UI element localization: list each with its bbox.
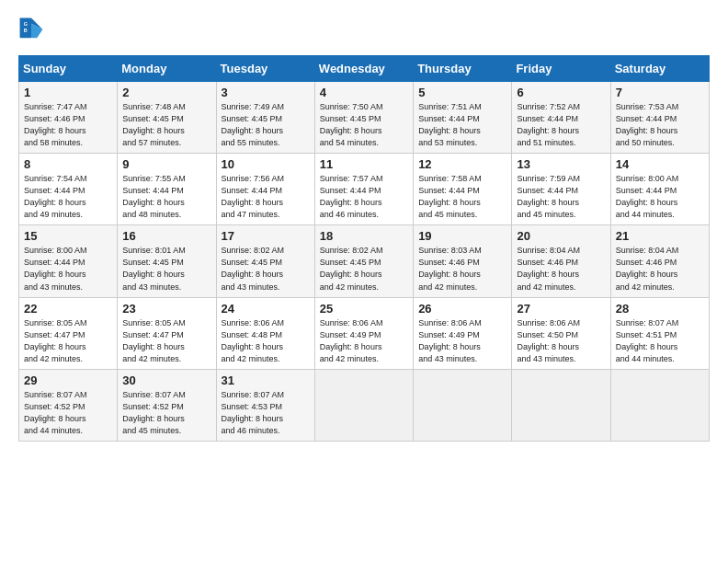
day-number: 7	[616, 86, 704, 99]
day-number: 21	[616, 229, 704, 243]
day-number: 10	[222, 157, 310, 171]
day-info: Sunrise: 8:04 AM Sunset: 4:46 PM Dayligh…	[517, 245, 605, 293]
day-number: 14	[616, 157, 704, 171]
weekday-header-wednesday: Wednesday	[314, 56, 413, 82]
calendar-cell: 3Sunrise: 7:49 AM Sunset: 4:45 PM Daylig…	[216, 82, 314, 154]
day-number: 30	[122, 373, 210, 387]
day-info: Sunrise: 8:06 AM Sunset: 4:49 PM Dayligh…	[320, 317, 408, 365]
day-number: 4	[320, 86, 408, 99]
day-number: 31	[222, 373, 310, 387]
day-info: Sunrise: 8:06 AM Sunset: 4:50 PM Dayligh…	[517, 317, 605, 365]
calendar-cell: 7Sunrise: 7:53 AM Sunset: 4:44 PM Daylig…	[610, 82, 709, 154]
svg-text:B: B	[24, 28, 28, 33]
day-number: 16	[122, 229, 210, 243]
day-info: Sunrise: 8:01 AM Sunset: 4:45 PM Dayligh…	[122, 245, 210, 293]
day-number: 17	[222, 229, 310, 243]
calendar-cell: 5Sunrise: 7:51 AM Sunset: 4:44 PM Daylig…	[414, 82, 512, 154]
day-info: Sunrise: 8:07 AM Sunset: 4:53 PM Dayligh…	[222, 389, 310, 437]
calendar-cell: 2Sunrise: 7:48 AM Sunset: 4:45 PM Daylig…	[118, 82, 216, 154]
day-number: 2	[122, 86, 210, 99]
day-info: Sunrise: 8:05 AM Sunset: 4:47 PM Dayligh…	[122, 317, 210, 365]
header: G B	[18, 17, 710, 42]
day-info: Sunrise: 8:00 AM Sunset: 4:44 PM Dayligh…	[24, 245, 112, 293]
calendar-cell: 26Sunrise: 8:06 AM Sunset: 4:49 PM Dayli…	[414, 297, 512, 369]
day-number: 25	[320, 302, 408, 316]
day-number: 26	[418, 302, 506, 316]
logo-icon: G B	[18, 17, 44, 42]
calendar-cell: 18Sunrise: 8:02 AM Sunset: 4:45 PM Dayli…	[314, 225, 413, 297]
calendar-cell	[314, 369, 413, 441]
logo: G B	[18, 17, 48, 42]
calendar-cell: 15Sunrise: 8:00 AM Sunset: 4:44 PM Dayli…	[19, 225, 118, 297]
calendar-cell: 9Sunrise: 7:55 AM Sunset: 4:44 PM Daylig…	[118, 154, 216, 225]
calendar-cell: 31Sunrise: 8:07 AM Sunset: 4:53 PM Dayli…	[216, 369, 314, 441]
calendar-cell: 22Sunrise: 8:05 AM Sunset: 4:47 PM Dayli…	[19, 297, 118, 369]
day-info: Sunrise: 8:07 AM Sunset: 4:51 PM Dayligh…	[616, 317, 704, 365]
calendar-cell: 28Sunrise: 8:07 AM Sunset: 4:51 PM Dayli…	[610, 297, 709, 369]
day-info: Sunrise: 7:59 AM Sunset: 4:44 PM Dayligh…	[517, 173, 605, 221]
page-container: G B SundayMondayTuesdayWednesdayThursday…	[0, 0, 728, 451]
day-info: Sunrise: 7:47 AM Sunset: 4:46 PM Dayligh…	[24, 101, 112, 149]
weekday-header-thursday: Thursday	[414, 56, 512, 82]
day-number: 12	[418, 157, 506, 171]
day-info: Sunrise: 7:54 AM Sunset: 4:44 PM Dayligh…	[24, 173, 112, 221]
calendar-cell: 17Sunrise: 8:02 AM Sunset: 4:45 PM Dayli…	[216, 225, 314, 297]
weekday-header-sunday: Sunday	[19, 56, 118, 82]
weekday-header-friday: Friday	[512, 56, 610, 82]
day-number: 5	[418, 86, 506, 99]
calendar-cell: 1Sunrise: 7:47 AM Sunset: 4:46 PM Daylig…	[19, 82, 118, 154]
day-info: Sunrise: 7:58 AM Sunset: 4:44 PM Dayligh…	[418, 173, 506, 221]
weekday-header-saturday: Saturday	[610, 56, 709, 82]
day-info: Sunrise: 8:03 AM Sunset: 4:46 PM Dayligh…	[418, 245, 506, 293]
calendar-cell: 12Sunrise: 7:58 AM Sunset: 4:44 PM Dayli…	[414, 154, 512, 225]
day-number: 18	[320, 229, 408, 243]
day-info: Sunrise: 8:07 AM Sunset: 4:52 PM Dayligh…	[122, 389, 210, 437]
day-info: Sunrise: 7:52 AM Sunset: 4:44 PM Dayligh…	[517, 101, 605, 149]
calendar-week-3: 15Sunrise: 8:00 AM Sunset: 4:44 PM Dayli…	[19, 225, 710, 297]
calendar-week-4: 22Sunrise: 8:05 AM Sunset: 4:47 PM Dayli…	[19, 297, 710, 369]
calendar-cell: 10Sunrise: 7:56 AM Sunset: 4:44 PM Dayli…	[216, 154, 314, 225]
day-info: Sunrise: 8:02 AM Sunset: 4:45 PM Dayligh…	[222, 245, 310, 293]
day-number: 28	[616, 302, 704, 316]
day-number: 20	[517, 229, 605, 243]
calendar-cell: 30Sunrise: 8:07 AM Sunset: 4:52 PM Dayli…	[118, 369, 216, 441]
day-number: 19	[418, 229, 506, 243]
calendar-cell: 27Sunrise: 8:06 AM Sunset: 4:50 PM Dayli…	[512, 297, 610, 369]
day-number: 29	[24, 373, 112, 387]
calendar-week-5: 29Sunrise: 8:07 AM Sunset: 4:52 PM Dayli…	[19, 369, 710, 441]
calendar-cell: 20Sunrise: 8:04 AM Sunset: 4:46 PM Dayli…	[512, 225, 610, 297]
day-number: 23	[122, 302, 210, 316]
svg-text:G: G	[24, 21, 28, 27]
calendar-cell: 25Sunrise: 8:06 AM Sunset: 4:49 PM Dayli…	[314, 297, 413, 369]
day-number: 9	[122, 157, 210, 171]
weekday-header-tuesday: Tuesday	[216, 56, 314, 82]
day-info: Sunrise: 7:57 AM Sunset: 4:44 PM Dayligh…	[320, 173, 408, 221]
day-info: Sunrise: 8:04 AM Sunset: 4:46 PM Dayligh…	[616, 245, 704, 293]
day-info: Sunrise: 7:50 AM Sunset: 4:45 PM Dayligh…	[320, 101, 408, 149]
calendar-cell: 23Sunrise: 8:05 AM Sunset: 4:47 PM Dayli…	[118, 297, 216, 369]
calendar-cell: 21Sunrise: 8:04 AM Sunset: 4:46 PM Dayli…	[610, 225, 709, 297]
day-number: 8	[24, 157, 112, 171]
day-number: 24	[222, 302, 310, 316]
day-info: Sunrise: 7:55 AM Sunset: 4:44 PM Dayligh…	[122, 173, 210, 221]
day-number: 27	[517, 302, 605, 316]
calendar-cell: 8Sunrise: 7:54 AM Sunset: 4:44 PM Daylig…	[19, 154, 118, 225]
day-info: Sunrise: 8:00 AM Sunset: 4:44 PM Dayligh…	[616, 173, 704, 221]
calendar-table: SundayMondayTuesdayWednesdayThursdayFrid…	[18, 55, 710, 442]
calendar-cell: 29Sunrise: 8:07 AM Sunset: 4:52 PM Dayli…	[19, 369, 118, 441]
calendar-week-2: 8Sunrise: 7:54 AM Sunset: 4:44 PM Daylig…	[19, 154, 710, 225]
day-info: Sunrise: 8:06 AM Sunset: 4:48 PM Dayligh…	[222, 317, 310, 365]
day-number: 15	[24, 229, 112, 243]
calendar-cell	[610, 369, 709, 441]
calendar-cell: 24Sunrise: 8:06 AM Sunset: 4:48 PM Dayli…	[216, 297, 314, 369]
day-info: Sunrise: 8:07 AM Sunset: 4:52 PM Dayligh…	[24, 389, 112, 437]
day-number: 13	[517, 157, 605, 171]
day-info: Sunrise: 7:51 AM Sunset: 4:44 PM Dayligh…	[418, 101, 506, 149]
calendar-cell: 6Sunrise: 7:52 AM Sunset: 4:44 PM Daylig…	[512, 82, 610, 154]
day-number: 3	[222, 86, 310, 99]
calendar-cell: 16Sunrise: 8:01 AM Sunset: 4:45 PM Dayli…	[118, 225, 216, 297]
day-number: 1	[24, 86, 112, 99]
day-info: Sunrise: 8:05 AM Sunset: 4:47 PM Dayligh…	[24, 317, 112, 365]
calendar-cell: 4Sunrise: 7:50 AM Sunset: 4:45 PM Daylig…	[314, 82, 413, 154]
calendar-cell: 19Sunrise: 8:03 AM Sunset: 4:46 PM Dayli…	[414, 225, 512, 297]
